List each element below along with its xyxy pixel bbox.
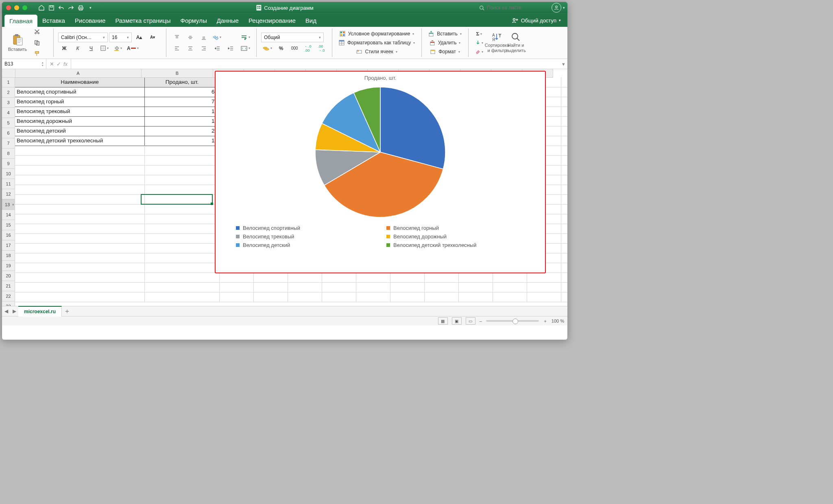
cancel-formula-button[interactable]: ✕ [50,61,54,67]
legend-item[interactable]: Велосипед дорожный [386,233,528,240]
row-header[interactable]: 2 [2,87,15,98]
cell[interactable] [220,282,254,292]
increase-font-size-button[interactable]: A▴ [133,33,145,42]
close-window-button[interactable] [6,5,11,10]
tab-page-layout[interactable]: Разметка страницы [110,14,175,27]
search-field[interactable] [479,4,548,11]
legend-item[interactable]: Велосипед трековый [236,233,377,240]
paste-button[interactable]: Вставить [5,34,30,52]
cell[interactable] [15,185,145,195]
name-box-spinner[interactable]: ▴▾ [42,61,44,67]
cell[interactable] [493,292,527,302]
underline-button[interactable]: Ч [85,44,97,53]
cell[interactable] [15,204,145,214]
cell[interactable] [561,194,567,205]
cell[interactable] [425,273,459,283]
cell[interactable] [561,233,567,244]
view-page-layout-button[interactable]: ▣ [452,317,462,325]
view-page-break-button[interactable]: ▭ [466,317,475,325]
search-input[interactable] [486,4,541,11]
clear-button[interactable] [473,48,485,56]
view-normal-button[interactable]: ▦ [438,317,448,325]
select-all-corner[interactable] [2,69,15,78]
cell[interactable] [145,214,220,224]
save-icon[interactable] [47,3,56,12]
tab-data[interactable]: Данные [212,14,244,27]
zoom-window-button[interactable] [22,5,27,10]
row-header[interactable]: 1 [2,77,15,87]
row-header[interactable]: 4 [2,108,15,118]
cell[interactable]: Велосипед детский трехколесный [15,136,145,146]
tab-formulas[interactable]: Формулы [175,14,212,27]
tab-draw[interactable]: Рисование [70,14,111,27]
col-header[interactable]: A [15,69,142,78]
wrap-text-button[interactable] [239,33,252,42]
cell[interactable] [145,292,220,302]
fx-icon[interactable]: fx [63,61,68,67]
row-header[interactable]: 21 [2,281,15,291]
cell[interactable] [145,155,220,166]
cell[interactable] [145,282,220,292]
home-icon[interactable] [37,3,46,12]
cell[interactable] [145,204,220,214]
tab-view[interactable]: Вид [301,14,321,27]
cell[interactable] [561,77,567,87]
cell[interactable] [220,273,254,283]
qat-customize-icon[interactable]: ▾ [86,3,95,12]
cell[interactable] [561,97,567,107]
comma-format-button[interactable]: 000 [288,44,301,53]
print-icon[interactable] [76,3,85,12]
cell[interactable] [561,214,567,224]
cell[interactable]: Велосипед детский [15,126,145,136]
format-painter-button[interactable] [31,49,43,59]
cell[interactable] [561,155,567,166]
row-header[interactable]: 18 [2,251,15,261]
cell[interactable] [561,136,567,146]
cell[interactable] [390,282,425,292]
cell[interactable] [15,253,145,263]
undo-icon[interactable] [57,3,65,12]
cell[interactable] [561,282,567,292]
name-box[interactable]: B13 ▴▾ [2,59,46,69]
cell[interactable] [459,282,493,292]
align-top-button[interactable] [171,33,183,42]
align-middle-button[interactable] [184,33,196,42]
fill-button[interactable] [473,39,485,47]
cell[interactable] [15,214,145,224]
format-as-table-button[interactable]: Форматировать как таблицу [337,39,417,47]
sheet-nav-prev[interactable]: ◀ [2,308,10,314]
cell[interactable] [220,292,254,302]
align-right-button[interactable] [198,44,210,53]
cell[interactable] [15,233,145,244]
redo-icon[interactable] [66,3,75,12]
fill-color-button[interactable] [112,44,124,53]
font-name-select[interactable]: Calibri (Осн… [58,33,108,42]
row-header[interactable]: 6 [2,128,15,138]
delete-cells-button[interactable]: Удалить [426,39,464,47]
cell[interactable] [561,116,567,127]
col-header[interactable]: B [142,69,213,78]
cell[interactable] [145,185,220,195]
decrease-font-size-button[interactable]: A▾ [146,33,159,42]
row-header[interactable]: 17 [2,240,15,251]
align-bottom-button[interactable] [198,33,210,42]
align-left-button[interactable] [171,44,183,53]
cell[interactable] [390,292,425,302]
cell[interactable]: 23 [145,126,220,136]
cell[interactable] [425,282,459,292]
orientation-button[interactable]: ab [211,33,223,42]
row-header[interactable]: 14 [2,210,15,220]
cell[interactable] [15,175,145,185]
cell[interactable] [145,224,220,234]
increase-decimal-button[interactable]: ←.0.00 [302,44,314,53]
cell[interactable] [561,253,567,263]
cell[interactable] [15,155,145,166]
legend-item[interactable]: Велосипед спортивный [236,225,377,231]
cell[interactable] [561,292,567,302]
cell[interactable]: 14 [145,136,220,146]
cell[interactable] [561,185,567,195]
cell[interactable] [15,282,145,292]
cell[interactable]: Велосипед спортивный [15,87,145,97]
row-header[interactable]: 8 [2,148,15,159]
cell[interactable] [561,273,567,283]
